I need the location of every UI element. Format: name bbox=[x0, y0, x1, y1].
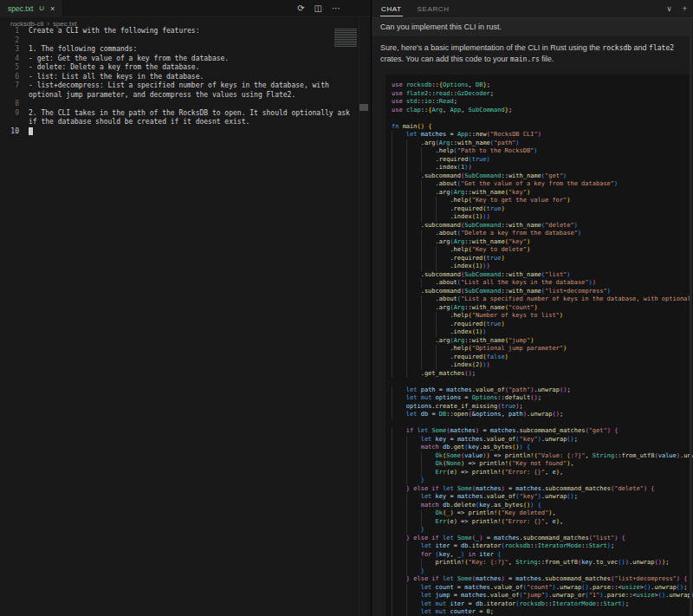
line-number bbox=[0, 91, 19, 101]
split-editor-icon[interactable]: ◫ bbox=[314, 4, 322, 13]
inline-code: flate2 bbox=[649, 44, 674, 52]
code-line: .index(1))) bbox=[392, 263, 693, 271]
inline-code: rocksdb bbox=[602, 44, 631, 52]
line-number: 4 bbox=[0, 55, 19, 64]
code-line: .index(1)) bbox=[392, 164, 693, 172]
code-line: let path = matches.value_of("path").unwr… bbox=[392, 386, 693, 395]
code-line bbox=[392, 114, 693, 123]
code-line: use rocksdb::{Options, DB}; bbox=[392, 81, 693, 90]
line-number: 1 bbox=[0, 27, 19, 36]
code-line: match db.get(key.as_bytes()) { bbox=[392, 444, 693, 452]
code-line: .index(1))) bbox=[392, 213, 693, 222]
code-block[interactable]: use rocksdb::{Options, DB};use flate2::r… bbox=[385, 75, 693, 616]
code-line: match db.delete(key.as_bytes()) { bbox=[392, 502, 693, 510]
editor-line-text: 2. The CLI takes in the path of the Rock… bbox=[29, 109, 350, 119]
code-line: .arg(Arg::with_name("key") bbox=[392, 238, 693, 247]
editor-tab-bar: spec.txt U × ⟳ ◫ ⋯ bbox=[0, 0, 371, 17]
code-line: println!("Key: {:?}", String::from_utf8(… bbox=[392, 559, 693, 567]
code-line: .subcommand(SubCommand::with_name("list"… bbox=[392, 271, 693, 280]
editor-content[interactable]: 1Create a CLI with the following feature… bbox=[0, 27, 336, 136]
text-cursor bbox=[29, 127, 33, 135]
editor-row: 5- delete: Delete a key from the databas… bbox=[0, 63, 336, 73]
code-line: use std::io::Read; bbox=[392, 98, 693, 107]
code-line: .help("Number of keys to list") bbox=[392, 312, 693, 321]
chat-scrollbar[interactable] bbox=[690, 18, 692, 616]
code-line: Err(e) => println!("Error: {}", e), bbox=[392, 469, 693, 477]
code-line: Ok(None) => println!("Key not found"), bbox=[392, 460, 693, 469]
code-line: .required(true) bbox=[392, 156, 693, 165]
assistant-message: Sure, here's a basic implementation of t… bbox=[372, 35, 693, 65]
code-line: let key = matches.value_of("key").unwrap… bbox=[392, 493, 693, 502]
code-line: .about("List a specified number of keys … bbox=[392, 295, 693, 304]
code-line: let matches = App::new("RocksDB CLI") bbox=[392, 131, 693, 139]
editor-row: 10 bbox=[0, 127, 336, 137]
git-untracked-badge: U bbox=[39, 4, 44, 12]
code-line: .about("Get the value of a key from the … bbox=[392, 180, 693, 189]
editor-row: 7- list+decompress: List a specified num… bbox=[0, 81, 336, 91]
code-line: .index(1)) bbox=[392, 328, 693, 337]
editor-line-text: - list+decompress: List a specified numb… bbox=[29, 81, 329, 91]
code-line: } bbox=[392, 567, 693, 576]
code-line: let mut counter = 0; bbox=[392, 608, 693, 616]
tab-chat[interactable]: CHAT bbox=[380, 2, 403, 16]
code-line: .required(false) bbox=[392, 353, 693, 362]
code-line: let db = DB::open(&options, path).unwrap… bbox=[392, 411, 693, 419]
editor-row: 2 bbox=[0, 36, 336, 46]
code-line: .help("Optional jump parameter") bbox=[392, 345, 693, 353]
code-line: .subcommand(SubCommand::with_name("delet… bbox=[392, 222, 693, 230]
code-line: let key = matches.value_of("key").unwrap… bbox=[392, 436, 693, 444]
user-message: Can you implement this CLI in rust. bbox=[372, 18, 693, 36]
line-number: 9 bbox=[0, 109, 19, 119]
minimap[interactable] bbox=[334, 29, 357, 47]
code-line: let iter = db.iterator(rocksdb::Iterator… bbox=[392, 542, 693, 551]
close-icon[interactable]: × bbox=[50, 4, 55, 13]
chevron-down-icon[interactable]: ∨ bbox=[666, 5, 672, 13]
code-line bbox=[392, 378, 693, 386]
code-line: .required(true) bbox=[392, 321, 693, 329]
more-actions-icon[interactable]: ⋯ bbox=[332, 4, 340, 13]
code-line: Ok(Some(value)) => println!("Value: {:?}… bbox=[392, 452, 693, 461]
chat-panel: CHAT SEARCH ∨ + Can you implement this C… bbox=[371, 0, 693, 616]
line-number bbox=[0, 118, 19, 127]
editor-line-text: - get: Get the value of a key from the d… bbox=[29, 55, 229, 64]
editor-line-text: - list: List all the keys in the databas… bbox=[29, 73, 204, 82]
editor-row: 92. The CLI takes in the path of the Roc… bbox=[0, 109, 336, 119]
code-line: } else if let Some(matches) = matches.su… bbox=[392, 485, 693, 494]
editor-row: 6- list: List all the keys in the databa… bbox=[0, 73, 336, 82]
tab-search[interactable]: SEARCH bbox=[417, 2, 450, 16]
editor-row: optional jump parameter, and decompress … bbox=[0, 91, 336, 101]
inline-code: main.rs bbox=[510, 55, 540, 63]
line-number: 10 bbox=[0, 127, 19, 137]
code-line bbox=[392, 419, 693, 428]
editor-row: if the database should be created if it … bbox=[0, 118, 336, 127]
editor-row: 4- get: Get the value of a key from the … bbox=[0, 55, 336, 64]
line-number: 5 bbox=[0, 63, 19, 73]
code-line: for (key, _) in iter { bbox=[392, 551, 693, 560]
editor-row: 1Create a CLI with the following feature… bbox=[0, 27, 336, 36]
editor-scrollbar[interactable] bbox=[359, 16, 369, 616]
open-changes-icon[interactable]: ⟳ bbox=[297, 4, 304, 13]
line-number: 6 bbox=[0, 73, 19, 82]
code-line: .subcommand(SubCommand::with_name("get") bbox=[392, 172, 693, 181]
code-line: Ok(_) => println!("Key deleted"), bbox=[392, 509, 693, 518]
line-number: 2 bbox=[0, 36, 19, 46]
code-line: Err(e) => println!("Error: {}", e), bbox=[392, 518, 693, 527]
tab-spec-txt[interactable]: spec.txt U × bbox=[0, 0, 63, 16]
editor-actions: ⟳ ◫ ⋯ bbox=[297, 0, 340, 16]
editor-pane: spec.txt U × ⟳ ◫ ⋯ rocksdb-cli › spec.tx… bbox=[0, 0, 371, 616]
code-line: if let Some(matches) = matches.subcomman… bbox=[392, 427, 693, 436]
new-chat-icon[interactable]: + bbox=[683, 5, 687, 13]
editor-row: 8 bbox=[0, 100, 336, 109]
code-line: .get_matches(); bbox=[392, 370, 693, 379]
code-line: } else if let Some(matches) = matches.su… bbox=[392, 575, 693, 584]
editor-line-text: - delete: Delete a key from the database… bbox=[29, 63, 199, 73]
line-number: 8 bbox=[0, 100, 19, 109]
tab-label: spec.txt bbox=[8, 4, 33, 13]
code-line: use clap::{Arg, App, SubCommand}; bbox=[392, 107, 693, 115]
code-line: .help("Key to delete") bbox=[392, 246, 693, 255]
line-number: 3 bbox=[0, 45, 19, 55]
code-line: .required(true) bbox=[392, 255, 693, 263]
code-line: .about("List all the keys in the databas… bbox=[392, 279, 693, 288]
code-line: fn main() { bbox=[392, 123, 693, 132]
code-line: let count = matches.value_of("count").un… bbox=[392, 584, 693, 593]
